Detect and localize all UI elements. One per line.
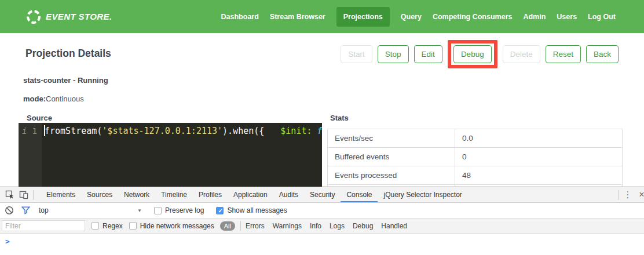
regex-toggle[interactable]: Regex xyxy=(92,222,123,230)
tab-application[interactable]: Application xyxy=(228,187,273,202)
projection-status: stats-counter - Running xyxy=(23,76,108,85)
show-all-messages-toggle[interactable]: Show all messages xyxy=(216,206,287,214)
editor-cursor xyxy=(44,125,45,136)
stat-value: 0 xyxy=(455,148,623,166)
more-options-icon[interactable]: ⋮ xyxy=(621,188,635,202)
edit-button[interactable]: Edit xyxy=(414,45,442,63)
debug-button[interactable]: Debug xyxy=(453,45,492,63)
filter-funnel-icon[interactable] xyxy=(21,206,31,215)
stat-label: Buffered events xyxy=(328,148,455,166)
stop-button[interactable]: Stop xyxy=(378,45,409,63)
tab-security[interactable]: Security xyxy=(304,187,341,202)
inspect-element-icon[interactable] xyxy=(3,188,17,202)
toolbar-divider xyxy=(33,190,34,200)
start-button[interactable]: Start xyxy=(341,45,372,63)
brand-name: EVENT STORE. xyxy=(46,12,112,21)
app-window: EVENT STORE. Dashboard Stream Browser Pr… xyxy=(0,0,644,33)
line-number: 1 xyxy=(32,124,37,187)
main-content: Projection Details Start Stop Edit Debug… xyxy=(0,33,644,187)
toolbar-divider xyxy=(618,190,619,200)
all-filter-badge[interactable]: All xyxy=(220,221,235,231)
device-toolbar-icon[interactable] xyxy=(17,188,31,202)
nav-item-users[interactable]: Users xyxy=(557,7,577,27)
filter-level-info[interactable]: Info xyxy=(310,222,321,230)
hide-network-toggle[interactable]: Hide network messages xyxy=(129,222,214,230)
nav-item-admin[interactable]: Admin xyxy=(523,7,546,27)
console-toolbar: top ▼ Preserve log Show all messages xyxy=(0,203,644,218)
main-nav: Dashboard Stream Browser Projections Que… xyxy=(221,7,616,27)
stat-label: Events processed xyxy=(328,166,455,185)
reset-button[interactable]: Reset xyxy=(546,45,581,63)
close-devtools-icon[interactable]: × xyxy=(635,188,644,202)
filter-level-debug[interactable]: Debug xyxy=(353,222,373,230)
tab-timeline[interactable]: Timeline xyxy=(155,187,193,202)
tab-jquery-selector-inspector[interactable]: jQuery Selector Inspector xyxy=(378,187,467,202)
stat-value: 0.0 xyxy=(455,129,623,148)
console-filter-bar: Regex Hide network messages All Errors W… xyxy=(0,218,644,234)
console-output[interactable]: > xyxy=(0,234,644,254)
filter-level-logs[interactable]: Logs xyxy=(330,222,345,230)
preserve-log-toggle[interactable]: Preserve log xyxy=(154,206,204,214)
hide-network-checkbox[interactable] xyxy=(129,222,137,230)
code-call-text: fromStream( xyxy=(45,126,102,136)
preserve-log-label: Preserve log xyxy=(165,206,204,214)
filter-input[interactable] xyxy=(2,220,85,231)
clear-console-icon[interactable] xyxy=(5,206,14,215)
action-buttons: Start Stop Edit Debug Delete Reset Back xyxy=(335,45,619,63)
nav-item-dashboard[interactable]: Dashboard xyxy=(221,7,259,27)
console-prompt-icon: > xyxy=(5,237,10,246)
stat-label: Events/sec xyxy=(328,129,455,148)
devtools-tabbar-right: ⋮ × xyxy=(616,188,644,202)
page-title: Projection Details xyxy=(25,48,111,60)
app-header: EVENT STORE. Dashboard Stream Browser Pr… xyxy=(0,0,644,33)
context-value: top xyxy=(39,206,49,214)
tab-sources[interactable]: Sources xyxy=(81,187,118,202)
nav-item-query[interactable]: Query xyxy=(401,7,422,27)
tab-network[interactable]: Network xyxy=(118,187,155,202)
regex-label: Regex xyxy=(103,222,123,230)
tab-elements[interactable]: Elements xyxy=(41,187,81,202)
tab-profiles[interactable]: Profiles xyxy=(193,187,228,202)
eventstore-logo[interactable]: EVENT STORE. xyxy=(27,10,112,24)
tab-console[interactable]: Console xyxy=(341,187,378,202)
table-row: Buffered events 0 xyxy=(328,148,623,166)
delete-button[interactable]: Delete xyxy=(503,45,540,63)
table-row: Events/sec 0.0 xyxy=(328,129,623,148)
chevron-down-icon: ▼ xyxy=(137,208,142,213)
stat-value: 48 xyxy=(455,166,623,185)
devtools-tabs: Elements Sources Network Timeline Profil… xyxy=(41,187,468,202)
nav-item-stream-browser[interactable]: Stream Browser xyxy=(270,7,325,27)
devtools-panel: Elements Sources Network Timeline Profil… xyxy=(0,187,644,255)
nav-item-competing-consumers[interactable]: Competing Consumers xyxy=(433,7,513,27)
nav-item-log-out[interactable]: Log Out xyxy=(588,7,616,27)
tab-audits[interactable]: Audits xyxy=(273,187,304,202)
projection-mode: mode:Continuous xyxy=(23,94,84,103)
filter-level-errors[interactable]: Errors xyxy=(246,222,265,230)
code-line: fromStream('$stats-127.0.0.1:2113').when… xyxy=(42,123,322,187)
filter-level-handled[interactable]: Handled xyxy=(381,222,407,230)
editor-gutter: i 1 xyxy=(19,123,42,187)
code-init-keyword: $init: xyxy=(280,126,312,136)
debug-highlight-box: Debug xyxy=(448,40,497,68)
code-string-literal: '$stats-127.0.0.1:2113' xyxy=(102,126,222,136)
hide-network-label: Hide network messages xyxy=(140,222,214,230)
source-heading: Source xyxy=(27,114,52,122)
execution-context-selector[interactable]: top ▼ xyxy=(39,206,142,214)
devtools-tabbar: Elements Sources Network Timeline Profil… xyxy=(0,187,644,203)
code-when-text: ).when({ xyxy=(222,126,264,136)
source-code-editor[interactable]: i 1 fromStream('$stats-127.0.0.1:2113').… xyxy=(19,123,322,187)
info-annotation-icon: i xyxy=(22,124,27,187)
preserve-log-checkbox[interactable] xyxy=(154,207,162,214)
code-function-keyword: fu xyxy=(312,126,323,136)
filter-level-warnings[interactable]: Warnings xyxy=(273,222,302,230)
filter-divider xyxy=(240,221,241,231)
back-button[interactable]: Back xyxy=(586,45,619,63)
show-all-messages-label: Show all messages xyxy=(227,206,287,214)
mode-label: mode: xyxy=(23,94,46,103)
stats-heading: Stats xyxy=(330,114,349,122)
regex-checkbox[interactable] xyxy=(92,222,99,230)
eventstore-logo-icon xyxy=(25,8,42,24)
show-all-messages-checkbox[interactable] xyxy=(216,207,224,214)
mode-value: Continuous xyxy=(46,94,84,103)
nav-item-projections[interactable]: Projections xyxy=(336,7,390,27)
